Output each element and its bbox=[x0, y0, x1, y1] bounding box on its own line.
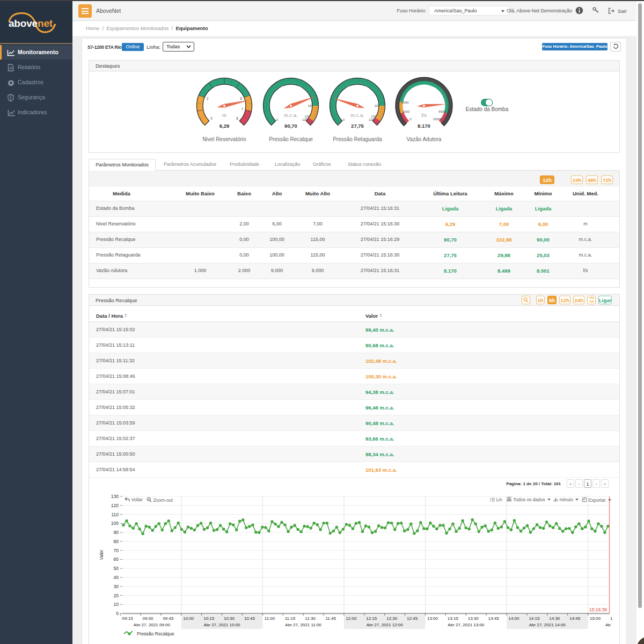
svg-text:09:30: 09:30 bbox=[143, 616, 154, 621]
svg-text:Ab: Ab bbox=[605, 623, 611, 627]
svg-text:13:30: 13:30 bbox=[468, 616, 479, 621]
svg-text:13:00: 13:00 bbox=[427, 616, 438, 621]
svg-text:20: 20 bbox=[114, 593, 119, 598]
svg-text:11:00: 11:00 bbox=[265, 616, 275, 621]
svg-text:40: 40 bbox=[114, 575, 119, 580]
svg-text:2: 2 bbox=[207, 97, 209, 100]
svg-text:Abr 27, 2021 12:00: Abr 27, 2021 12:00 bbox=[367, 623, 404, 627]
svg-text:10:45: 10:45 bbox=[244, 616, 255, 621]
svg-text:10:15: 10:15 bbox=[203, 616, 215, 621]
svg-text:0: 0 bbox=[116, 611, 119, 616]
svg-text:0: 0 bbox=[343, 118, 345, 121]
svg-text:6: 6 bbox=[240, 97, 243, 100]
svg-text:60: 60 bbox=[114, 557, 119, 562]
svg-text:10:00: 10:00 bbox=[183, 616, 194, 621]
svg-text:70: 70 bbox=[114, 548, 119, 553]
svg-text:13:15: 13:15 bbox=[448, 616, 459, 621]
svg-text:100: 100 bbox=[308, 104, 312, 107]
svg-text:100: 100 bbox=[374, 104, 379, 107]
svg-text:100: 100 bbox=[111, 521, 119, 526]
svg-text:15:00: 15:00 bbox=[590, 616, 601, 621]
svg-text:14:45: 14:45 bbox=[569, 616, 581, 621]
svg-text:80: 80 bbox=[114, 539, 119, 544]
svg-text:Abr 27, 2021 09:00: Abr 27, 2021 09:00 bbox=[134, 623, 171, 627]
svg-text:above: above bbox=[9, 18, 38, 29]
svg-text:90: 90 bbox=[114, 530, 119, 535]
svg-text:Abr 27, 2021 11:00: Abr 27, 2021 11:00 bbox=[285, 623, 321, 627]
svg-text:2000: 2000 bbox=[401, 101, 409, 104]
svg-text:0: 0 bbox=[276, 118, 278, 121]
svg-text:10000: 10000 bbox=[433, 118, 442, 121]
svg-text:11:30: 11:30 bbox=[305, 616, 316, 621]
svg-text:120: 120 bbox=[302, 118, 307, 121]
svg-text:09:15: 09:15 bbox=[122, 616, 134, 621]
svg-text:15:16:38: 15:16:38 bbox=[589, 607, 607, 612]
svg-text:Abr 27, 2021 14:00: Abr 27, 2021 14:00 bbox=[529, 623, 566, 627]
svg-text:Valor: Valor bbox=[99, 550, 104, 560]
svg-text:14:00: 14:00 bbox=[509, 616, 520, 621]
svg-text:09:45: 09:45 bbox=[163, 616, 174, 621]
svg-text:13:45: 13:45 bbox=[488, 616, 500, 621]
svg-text:Abr 27, 2021 10:00: Abr 27, 2021 10:00 bbox=[203, 623, 240, 627]
svg-text:12:45: 12:45 bbox=[407, 616, 418, 621]
svg-text:10:30: 10:30 bbox=[224, 616, 235, 621]
svg-text:30: 30 bbox=[114, 584, 119, 589]
svg-text:1: 1 bbox=[610, 616, 613, 621]
svg-text:12:30: 12:30 bbox=[386, 616, 398, 621]
svg-text:Pressão Recalque: Pressão Recalque bbox=[137, 631, 174, 636]
svg-text:0: 0 bbox=[409, 118, 412, 121]
svg-text:11:15: 11:15 bbox=[285, 616, 296, 621]
svg-text:net: net bbox=[38, 18, 53, 29]
svg-text:120: 120 bbox=[111, 503, 119, 508]
svg-text:11:45: 11:45 bbox=[326, 616, 336, 621]
svg-text:130: 130 bbox=[111, 494, 119, 499]
svg-text:12:00: 12:00 bbox=[346, 616, 357, 621]
svg-text:12:15: 12:15 bbox=[366, 616, 377, 621]
svg-text:50: 50 bbox=[114, 566, 119, 571]
svg-text:Abr 27, 2021 13:00: Abr 27, 2021 13:00 bbox=[448, 623, 485, 627]
svg-text:10: 10 bbox=[114, 602, 119, 607]
svg-text:14:30: 14:30 bbox=[549, 616, 560, 621]
svg-text:7: 7 bbox=[241, 107, 243, 111]
svg-text:110: 110 bbox=[111, 512, 119, 517]
svg-text:14:15: 14:15 bbox=[529, 616, 540, 621]
svg-text:120: 120 bbox=[369, 118, 374, 121]
